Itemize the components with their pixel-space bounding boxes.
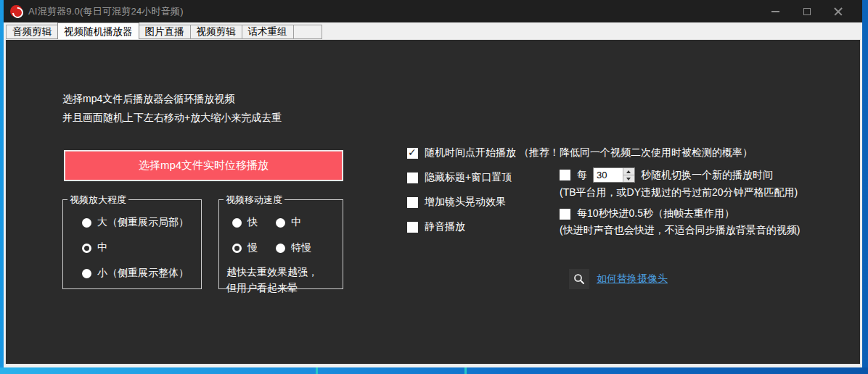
radio-zoom-large[interactable]: 大（侧重展示局部） — [82, 216, 189, 229]
taskbar-divider — [464, 367, 467, 374]
maximize-icon — [803, 8, 811, 15]
interval-seconds-input[interactable] — [594, 168, 623, 182]
camera-help-link[interactable]: 如何替换摄像头 — [597, 273, 668, 286]
tab-video-random-player[interactable]: 视频随机播放器 — [57, 22, 139, 39]
app-window: AI混剪器9.0(每日可混剪24小时音频) 音频剪辑 视频随机播放器 图片直播 … — [4, 0, 862, 367]
radio-icon — [82, 269, 91, 278]
radio-zoom-small[interactable]: 小（侧重展示整体） — [82, 267, 189, 280]
speed-note-line-2: 但用户看起来晕 — [226, 280, 318, 296]
checkbox-checked-icon — [407, 148, 418, 159]
radio-icon — [82, 218, 91, 228]
video-speed-options: 快 中 慢 特慢 — [232, 216, 327, 254]
window-controls — [760, 0, 853, 22]
spinner-buttons — [623, 168, 634, 182]
radio-icon — [232, 218, 242, 228]
video-speed-group: 视频移动速度 快 中 慢 特 — [218, 199, 343, 289]
radio-selected-icon — [82, 244, 91, 253]
tab-video-edit[interactable]: 视频剪辑 — [190, 25, 242, 39]
taskbar-strip — [0, 367, 868, 374]
radio-speed-very-slow[interactable]: 特慢 — [276, 241, 327, 254]
titlebar: AI混剪器9.0(每日可混剪24小时音频) — [4, 0, 862, 22]
tab-image-live[interactable]: 图片直播 — [139, 25, 191, 39]
desktop-background: AI混剪器9.0(每日可混剪24小时音频) 音频剪辑 视频随机播放器 图片直播 … — [0, 0, 868, 374]
close-icon — [834, 7, 843, 16]
app-logo-icon — [10, 5, 22, 17]
checkbox-icon — [407, 222, 418, 233]
checkbox-random-start-time[interactable]: 随机时间点开始播放 （推荐！降低同一个视频二次使用时被检测的概率） — [407, 146, 753, 160]
video-zoom-group: 视频放大程度 大（侧重展示局部） 中 小（侧重展示整体） — [62, 199, 202, 289]
radio-speed-fast[interactable]: 快 — [232, 216, 276, 229]
fast-forward-note: (快进时声音也会快进，不适合同步播放背景音的视频) — [560, 224, 800, 237]
radio-speed-slow[interactable]: 慢 — [232, 241, 276, 254]
radio-icon — [276, 244, 285, 253]
spinner-down-icon[interactable] — [623, 175, 634, 182]
search-icon — [569, 269, 589, 289]
maximize-button[interactable] — [791, 0, 822, 22]
tab-stub — [293, 25, 322, 39]
interval-switch-row: 每 秒随机切换一个新的播放时间 — [560, 167, 773, 183]
checkbox-icon — [407, 197, 418, 208]
checkbox-interval-switch[interactable]: 每 — [560, 168, 587, 183]
video-speed-group-title: 视频移动速度 — [224, 194, 284, 207]
radio-zoom-medium[interactable]: 中 — [82, 241, 189, 254]
tab-audio-edit[interactable]: 音频剪辑 — [6, 25, 58, 39]
checkbox-icon — [407, 173, 418, 183]
taskbar-divider — [316, 367, 318, 374]
interval-seconds-spinner — [593, 167, 635, 183]
video-zoom-options: 大（侧重展示局部） 中 小（侧重展示整体） — [82, 216, 189, 280]
checkbox-icon — [560, 209, 570, 220]
interval-suffix-label: 秒随机切换一个新的播放时间 — [641, 169, 773, 182]
spinner-up-icon[interactable] — [623, 168, 634, 175]
speed-note-line-1: 越快去重效果越强， — [226, 264, 318, 280]
checkbox-icon — [560, 170, 570, 180]
tab-page-content: 选择mp4文件后播放器会循环播放视频 并且画面随机上下左右移动+放大缩小来完成去… — [5, 39, 861, 365]
close-button[interactable] — [822, 0, 853, 22]
intro-line-1: 选择mp4文件后播放器会循环播放视频 — [62, 89, 282, 108]
intro-line-2: 并且画面随机上下左右移动+放大缩小来完成去重 — [62, 108, 282, 127]
tab-script-remix[interactable]: 话术重组 — [242, 25, 294, 39]
video-zoom-group-title: 视频放大程度 — [67, 194, 128, 207]
intro-text: 选择mp4文件后播放器会循环播放视频 并且画面随机上下左右移动+放大缩小来完成去… — [62, 89, 282, 127]
interval-note: (TB平台用，或DY违规过的号过前20分钟严格匹配用) — [560, 186, 798, 199]
tab-bar: 音频剪辑 视频随机播放器 图片直播 视频剪辑 话术重组 — [4, 22, 862, 39]
select-mp4-button[interactable]: 选择mp4文件实时位移播放 — [64, 150, 343, 181]
window-title: AI混剪器9.0(每日可混剪24小时音频) — [28, 5, 184, 18]
radio-speed-medium[interactable]: 中 — [276, 216, 327, 229]
radio-icon — [276, 218, 285, 228]
camera-help-row: 如何替换摄像头 — [569, 269, 668, 289]
radio-selected-icon — [232, 244, 242, 253]
checkbox-fast-forward[interactable]: 每10秒快进0.5秒（抽帧去重作用） — [560, 207, 734, 221]
speed-note: 越快去重效果越强， 但用户看起来晕 — [226, 264, 318, 296]
minimize-button[interactable] — [760, 0, 791, 22]
minimize-icon — [771, 11, 779, 12]
